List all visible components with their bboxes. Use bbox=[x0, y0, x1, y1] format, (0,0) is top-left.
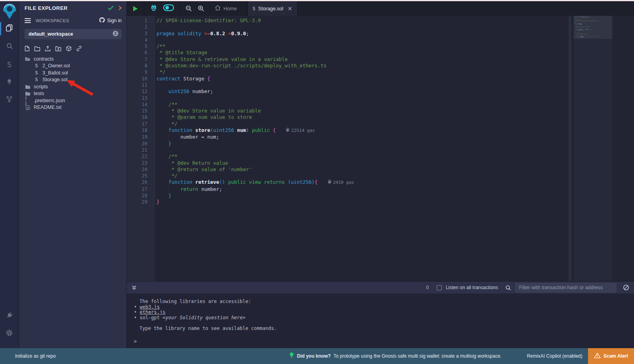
code-line-24[interactable]: 24 * @return value of 'number' bbox=[127, 166, 634, 173]
line-number: 13 bbox=[127, 95, 147, 101]
solidity-icon: S bbox=[33, 77, 40, 82]
code-line-5[interactable]: 5/** bbox=[127, 43, 634, 50]
zoom-in-icon[interactable] bbox=[198, 5, 204, 12]
lightbulb-icon bbox=[289, 352, 294, 360]
upload-folder-icon[interactable] bbox=[55, 46, 61, 51]
code-line-22[interactable]: 22 /** bbox=[127, 153, 634, 160]
solidity-icon: S bbox=[33, 63, 40, 69]
sign-in-button[interactable]: Sign in bbox=[99, 17, 122, 24]
scam-alert-button[interactable]: Scam Alert bbox=[588, 348, 634, 364]
status-bar: Initialize as git repo Did you know? To … bbox=[0, 348, 634, 364]
new-file-icon[interactable] bbox=[25, 46, 30, 51]
collapse-panel-chevron-icon[interactable] bbox=[118, 6, 122, 10]
code-line-7[interactable]: 7 * @dev Store & retrieve value in a var… bbox=[127, 56, 634, 63]
file-actions bbox=[19, 39, 126, 54]
line-number: 12 bbox=[127, 88, 147, 95]
code-line-20[interactable]: 20 } bbox=[127, 141, 634, 147]
upload-file-icon[interactable] bbox=[45, 46, 51, 51]
terminal-line: The following libraries are accessible: bbox=[134, 299, 634, 305]
code-line-10[interactable]: 10contract Storage { bbox=[127, 76, 634, 82]
tree-item-contracts[interactable]: contracts bbox=[19, 55, 126, 63]
clear-console-icon[interactable] bbox=[623, 284, 629, 291]
github-icon bbox=[99, 17, 105, 24]
gas-estimate[interactable]: 2410 gas bbox=[328, 179, 354, 186]
sidebar-item-git[interactable] bbox=[0, 91, 19, 109]
terminal-search-icon[interactable] bbox=[505, 285, 511, 291]
transaction-filter-input[interactable] bbox=[515, 283, 617, 293]
listen-transactions-checkbox[interactable] bbox=[437, 285, 442, 290]
line-number: 25 bbox=[127, 173, 147, 179]
code-line-21[interactable]: 21 bbox=[127, 147, 634, 153]
sidebar-item-solidity-compiler[interactable]: S bbox=[0, 55, 19, 73]
workspace-menu-icon[interactable] bbox=[25, 18, 31, 23]
file-name: contracts bbox=[34, 56, 54, 62]
new-folder-icon[interactable] bbox=[34, 46, 40, 51]
code-line-19[interactable]: 19 number = num; bbox=[127, 134, 634, 140]
tree-item-2-owner-sol[interactable]: S2_Owner.sol bbox=[19, 63, 126, 70]
code-line-23[interactable]: 23 * @dev Return value bbox=[127, 160, 634, 166]
code-line-16[interactable]: 16 * @param num value to store bbox=[127, 114, 634, 120]
sidebar-item-search[interactable] bbox=[0, 38, 19, 55]
tab-storage-sol[interactable]: S Storage.sol ✕ bbox=[247, 1, 297, 16]
minimap[interactable]: // SPDX-License-Identifier: GPL-3.0pragm… bbox=[574, 16, 612, 281]
terminal-link[interactable]: web3.js bbox=[139, 304, 160, 310]
code-line-26[interactable]: 26 function retrieve() public view retur… bbox=[127, 179, 634, 186]
code-line-2[interactable]: 2 bbox=[127, 24, 634, 30]
tab-label: Storage.sol bbox=[258, 6, 283, 11]
zoom-out-icon[interactable] bbox=[185, 5, 192, 12]
code-line-18[interactable]: 18 function store(uint256 num) public {2… bbox=[127, 127, 634, 134]
remix-ai-assistant-button[interactable] bbox=[150, 4, 158, 13]
terminal-prompt[interactable]: > bbox=[134, 339, 137, 344]
gas-estimate[interactable]: 22514 gas bbox=[286, 128, 315, 134]
editor-scrollbar[interactable] bbox=[569, 16, 571, 281]
sidebar-item-deploy-run[interactable] bbox=[0, 73, 19, 91]
git-init-status[interactable]: Initialize as git repo bbox=[0, 353, 289, 359]
line-number: 7 bbox=[127, 56, 147, 63]
copilot-status[interactable]: RemixAI Copilot (enabled) bbox=[527, 353, 582, 359]
terminal-output[interactable]: The following libraries are accessible:•… bbox=[127, 293, 634, 348]
terminal-lines: The following libraries are accessible:•… bbox=[134, 299, 634, 331]
workspace-selector[interactable]: default_workspace bbox=[25, 29, 122, 39]
terminal-link[interactable]: ethers.js bbox=[139, 309, 165, 315]
remix-logo-icon[interactable] bbox=[2, 2, 17, 20]
code-line-29[interactable]: 29} bbox=[127, 199, 634, 205]
tree-item-readme-txt[interactable]: README.txt bbox=[19, 104, 126, 111]
code-line-25[interactable]: 25 */ bbox=[127, 173, 634, 179]
code-line-8[interactable]: 8 * @custom:dev-run-script ./scripts/dep… bbox=[127, 63, 634, 69]
terminal-panel: 0 Listen on all transactions The followi… bbox=[127, 281, 634, 348]
link-icon[interactable] bbox=[76, 46, 82, 51]
box-icon[interactable] bbox=[66, 46, 72, 51]
tree-item-prettierrc-json[interactable]: { }.prettierrc.json bbox=[19, 97, 126, 104]
code-line-17[interactable]: 17 */ bbox=[127, 121, 634, 127]
code-line-6[interactable]: 6 * @title Storage bbox=[127, 50, 634, 56]
code-line-15[interactable]: 15 * @dev Store value in variable bbox=[127, 108, 634, 114]
code-line-3[interactable]: 3pragma solidity >=0.8.2 <0.9.0; bbox=[127, 30, 634, 37]
sidebar-item-file-explorer[interactable] bbox=[0, 20, 19, 38]
close-tab-icon[interactable]: ✕ bbox=[288, 6, 292, 12]
code-line-28[interactable]: 28 } bbox=[127, 192, 634, 199]
code-line-11[interactable]: 11 bbox=[127, 82, 634, 88]
code-line-4[interactable]: 4 bbox=[127, 37, 634, 43]
code-line-9[interactable]: 9 */ bbox=[127, 69, 634, 75]
run-script-button[interactable] bbox=[132, 6, 138, 12]
code-line-12[interactable]: 12 uint256 number; bbox=[127, 88, 634, 95]
copilot-toggle[interactable] bbox=[163, 4, 174, 13]
tip-text: To prototype using the Gnosis safe multi… bbox=[333, 353, 501, 359]
home-icon bbox=[215, 5, 221, 12]
expand-terminal-icon[interactable] bbox=[132, 285, 137, 290]
sidebar-item-settings[interactable] bbox=[0, 325, 19, 343]
code-editor[interactable]: 1// SPDX-License-Identifier: GPL-3.023pr… bbox=[127, 16, 634, 281]
code-line-13[interactable]: 13 bbox=[127, 95, 634, 101]
tab-home[interactable]: Home bbox=[210, 5, 241, 12]
tree-item-storage-sol[interactable]: SStorage.sol bbox=[19, 76, 126, 84]
tree-item-tests[interactable]: tests bbox=[19, 90, 126, 97]
code-line-14[interactable]: 14 /** bbox=[127, 101, 634, 108]
gear-icon bbox=[6, 329, 13, 338]
sidebar-item-plugin-manager[interactable] bbox=[0, 307, 19, 325]
code-line-1[interactable]: 1// SPDX-License-Identifier: GPL-3.0 bbox=[127, 17, 634, 24]
toggle-on-icon bbox=[163, 4, 174, 13]
tree-item-3-ballot-sol[interactable]: S3_Ballot.sol bbox=[19, 69, 126, 76]
file-explorer-panel: FILE EXPLORER WORKSPACES Sign in bbox=[19, 1, 127, 348]
tree-item-scripts[interactable]: scripts bbox=[19, 83, 126, 90]
code-line-27[interactable]: 27 return number; bbox=[127, 186, 634, 192]
